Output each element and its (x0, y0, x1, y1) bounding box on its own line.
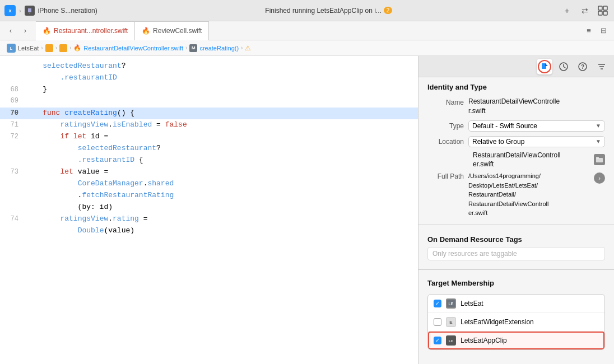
bc-warning-icon: ⚠ (245, 44, 251, 52)
status-text: Finished running LetsEatAppClip on i... (265, 7, 381, 15)
plus-button[interactable]: + (560, 4, 574, 17)
svg-point-4 (29, 12, 30, 13)
warning-badge: 2 (384, 7, 393, 14)
back-button[interactable]: ‹ (4, 25, 17, 37)
svg-rect-7 (598, 11, 602, 15)
bc-folder-icon (45, 44, 53, 52)
layout-button[interactable] (596, 4, 610, 17)
bc-letseat: LetsEat (18, 45, 39, 52)
svg-rect-19 (596, 158, 603, 162)
type-dropdown[interactable]: Default - Swift Source ▼ (468, 120, 605, 132)
fullpath-label: Full Path (427, 171, 464, 180)
filter-button[interactable] (594, 59, 610, 74)
file-inspector-button[interactable] (537, 59, 552, 74)
right-panel: 1. ? (418, 56, 614, 364)
history-button[interactable] (556, 59, 571, 74)
list-view-button[interactable]: ≡ (583, 25, 595, 37)
bc-folder-icon-2 (59, 44, 67, 52)
target-item-appclip[interactable]: LC LetsEatAppClip 2. (428, 332, 604, 349)
target-checkbox-widget[interactable] (434, 318, 441, 326)
top-bar: X › iPhone S...neration) Finished runnin… (0, 0, 614, 21)
code-line-68: 68 } (0, 84, 418, 96)
bc-sep-3: › (69, 45, 71, 51)
folder-button[interactable] (594, 154, 605, 165)
device-label: iPhone S...neration) (38, 7, 97, 15)
code-editor[interactable]: selectedRestaurant? .restaurantID 68 } 6… (0, 56, 418, 364)
target-section: Target Membership LE LetsEat E LetsEat (418, 274, 614, 354)
line-num-71: 71 (0, 120, 25, 130)
line-content-68: } (25, 84, 418, 96)
help-button[interactable]: ? (575, 59, 590, 74)
line-content-pre2: .restaurantID (25, 72, 418, 84)
tags-placeholder: Only resources are taggable (427, 247, 605, 260)
target-name-widget: LetsEatWidgetExtension (460, 318, 534, 326)
split-view-button[interactable]: ⊟ (597, 25, 610, 37)
svg-rect-8 (603, 11, 607, 15)
svg-text:E: E (449, 320, 453, 325)
location-dropdown[interactable]: Relative to Group ▼ (468, 136, 605, 147)
svg-text:LE: LE (449, 302, 454, 306)
bc-sep-4: › (185, 45, 187, 51)
line-num-73: 73 (0, 167, 25, 178)
reveal-button[interactable]: › (594, 172, 605, 184)
swap-button[interactable]: ⇄ (578, 4, 592, 17)
code-line-69: 69 (0, 96, 418, 108)
fullpath-content: /Users/ios14programming/Desktop/LetsEat/… (468, 171, 605, 218)
line-content-73a: CoreDataManager.shared (25, 178, 418, 190)
code-line-74: 74 ratingsView.rating = (0, 213, 418, 225)
tab-review-cell[interactable]: 🔥 ReviewCell.swift (135, 21, 209, 40)
svg-text:L: L (10, 46, 13, 50)
code-line-71: 71 ratingsView.isEnabled = false (0, 119, 418, 131)
tab-label-2: ReviewCell.swift (153, 27, 202, 35)
line-content-71: ratingsView.isEnabled = false (25, 119, 418, 131)
line-num-72: 72 (0, 132, 25, 142)
svg-text:?: ? (581, 64, 584, 70)
target-item-widget[interactable]: E LetsEatWidgetExtension (428, 313, 604, 332)
status-bar: Finished running LetsEatAppClip on i... … (102, 7, 556, 15)
divider-1 (418, 225, 614, 225)
svg-rect-6 (603, 6, 607, 10)
xcode-icon: X (4, 5, 16, 16)
type-label: Type (427, 120, 464, 130)
type-dropdown-arrow: ▼ (596, 123, 601, 129)
swift-icon-2: 🔥 (142, 27, 150, 35)
location-row: Location Relative to Group ▼ (418, 134, 614, 150)
location-filename-row: RestaurantDetailViewController.swift (418, 150, 614, 171)
target-item-letseat[interactable]: LE LetsEat (428, 295, 604, 313)
file-icon-circle (538, 60, 551, 73)
code-line-73a: CoreDataManager.shared (0, 178, 418, 190)
bc-sep-5: › (241, 45, 243, 51)
target-checkbox-appclip[interactable] (434, 337, 441, 344)
tab-bar: ‹ › 🔥 Restaurant...ntroller.swift 🔥 Revi… (0, 21, 614, 40)
tab-restaurant-controller[interactable]: 🔥 Restaurant...ntroller.swift (36, 21, 135, 40)
name-value: RestaurantDetailViewController.swift (468, 97, 605, 116)
top-bar-actions: + ⇄ (560, 4, 610, 17)
target-icon-widget: E (446, 317, 456, 327)
svg-text:X: X (8, 8, 12, 13)
bc-file-icon: 🔥 (73, 44, 81, 52)
name-label: Name (427, 97, 464, 106)
file-inspector-button-wrapper: 1. (537, 59, 552, 74)
code-line-73b: .fetchRestaurantRating (0, 190, 418, 202)
tags-section: Only resources are taggable (418, 247, 614, 265)
target-checkbox-letseat[interactable] (434, 300, 441, 307)
forward-button[interactable]: › (19, 25, 31, 37)
identity-type-title: Identity and Type (418, 77, 614, 95)
location-dropdown-value: Relative to Group (472, 138, 524, 146)
line-content-73b: .fetchRestaurantRating (25, 190, 418, 202)
code-line-70: 70 func createRating() { (0, 108, 418, 119)
target-name-appclip: LetsEatAppClip (460, 337, 507, 344)
type-row: Type Default - Swift Source ▼ (418, 118, 614, 134)
line-num-74: 74 (0, 214, 25, 225)
top-bar-left: X › iPhone S...neration) (4, 5, 97, 16)
divider-2 (418, 269, 614, 270)
device-icon (25, 6, 35, 16)
svg-rect-5 (598, 6, 602, 10)
breadcrumb-bar: L LetsEat › › › 🔥 RestaurantDetailViewCo… (0, 40, 614, 56)
location-dropdown-arrow: ▼ (596, 138, 601, 144)
bc-m-icon: M (189, 44, 197, 52)
bc-method: createRating() (199, 45, 239, 52)
code-line-73c: (by: id) (0, 202, 418, 213)
type-dropdown-value: Default - Swift Source (472, 122, 537, 130)
line-content-72: if let id = (25, 131, 418, 143)
